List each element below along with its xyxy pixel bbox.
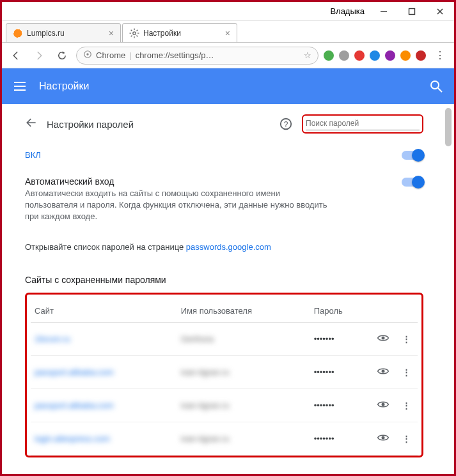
tab-title: Настройки [143, 29, 221, 38]
svg-line-12 [137, 29, 138, 31]
row-more-icon[interactable]: ⋮ [395, 388, 418, 422]
passwords-google-link[interactable]: passwords.google.com [186, 242, 271, 252]
extension-icon[interactable] [324, 50, 334, 61]
tab-lumpics[interactable]: Lumpics.ru × [6, 23, 121, 42]
browser-menu-button[interactable]: ⋮ [431, 47, 449, 65]
nav-back-button[interactable] [7, 47, 25, 65]
scrollbar[interactable] [445, 108, 452, 146]
svg-point-5 [133, 31, 136, 34]
tab-close-icon[interactable]: × [109, 28, 114, 38]
show-password-icon[interactable] [372, 322, 395, 355]
extension-icon[interactable] [385, 50, 395, 61]
nav-reload-button[interactable] [53, 47, 71, 65]
hamburger-icon[interactable] [12, 79, 28, 94]
svg-point-19 [431, 81, 439, 89]
table-row[interactable]: passport.alibaba.com ivan-tigran.ru ••••… [31, 355, 418, 388]
svg-point-25 [382, 403, 385, 406]
extension-icon[interactable] [370, 50, 380, 61]
tab-favicon-settings-icon [129, 28, 139, 38]
tab-title: Lumpics.ru [27, 29, 105, 38]
svg-line-11 [137, 35, 138, 36]
auto-signin-title: Автоматический вход [25, 176, 402, 187]
saved-passwords-title: Сайты с сохраненными паролями [25, 275, 423, 285]
table-row[interactable]: passport.alibaba.com ivan-tigran.ru ••••… [31, 388, 418, 422]
window-minimize-button[interactable] [370, 2, 398, 21]
offer-save-toggle[interactable] [402, 151, 423, 160]
page-title: Настройки паролей [47, 119, 134, 130]
svg-text:?: ? [284, 120, 288, 129]
window-user-label: Владыка [330, 6, 365, 16]
svg-line-20 [438, 88, 442, 92]
show-password-icon[interactable] [372, 388, 395, 422]
col-pass: Пароль [310, 300, 372, 323]
bookmark-star-icon[interactable]: ☆ [304, 50, 311, 60]
appbar-title: Настройки [39, 81, 89, 92]
svg-point-23 [382, 336, 385, 339]
svg-point-15 [86, 53, 89, 56]
promo-text: Открывайте список паролей на странице pa… [25, 242, 271, 252]
svg-line-13 [131, 35, 132, 36]
extension-icon[interactable] [400, 50, 411, 61]
col-site: Сайт [31, 300, 177, 323]
app-bar: Настройки [2, 68, 454, 104]
on-toggle-label: ВКЛ [25, 150, 41, 160]
row-more-icon[interactable]: ⋮ [395, 355, 418, 388]
tab-close-icon[interactable]: × [225, 28, 230, 38]
table-row[interactable]: 1forum.ru Gerthora ••••••• ⋮ [31, 322, 418, 355]
show-password-icon[interactable] [372, 422, 395, 455]
extension-icon[interactable] [354, 50, 365, 61]
omnibox-url: chrome://settings/p… [136, 50, 300, 60]
auto-signin-toggle[interactable] [402, 178, 423, 187]
auto-signin-desc: Автоматически входить на сайты с помощью… [25, 188, 332, 223]
extension-icon[interactable] [339, 50, 349, 61]
row-more-icon[interactable]: ⋮ [395, 422, 418, 455]
scheme-icon [83, 50, 92, 61]
svg-point-24 [382, 369, 385, 372]
row-more-icon[interactable]: ⋮ [395, 322, 418, 355]
col-user: Имя пользователя [177, 300, 310, 323]
section-back-button[interactable] [25, 116, 38, 132]
password-search-input[interactable] [306, 118, 420, 130]
nav-forward-button[interactable] [30, 47, 48, 65]
password-search-field[interactable] [302, 114, 423, 134]
extension-icon[interactable] [416, 50, 426, 61]
scheme-label: Chrome [96, 50, 125, 60]
omnibox[interactable]: Chrome | chrome://settings/p… ☆ [76, 47, 318, 65]
window-maximize-button[interactable] [398, 2, 426, 21]
appbar-search-icon[interactable] [428, 79, 444, 94]
svg-point-26 [382, 436, 385, 439]
tab-settings[interactable]: Настройки × [122, 23, 237, 42]
svg-rect-1 [409, 8, 415, 14]
table-row[interactable]: login.aliexpress.com ivan-tigran.ru ••••… [31, 422, 418, 455]
svg-line-10 [131, 29, 132, 31]
window-close-button[interactable] [426, 2, 454, 21]
saved-passwords-table: Сайт Имя пользователя Пароль 1forum.ru G… [25, 293, 423, 457]
tab-favicon-lumpics-icon [13, 28, 23, 38]
show-password-icon[interactable] [372, 355, 395, 388]
help-icon[interactable]: ? [279, 117, 293, 131]
